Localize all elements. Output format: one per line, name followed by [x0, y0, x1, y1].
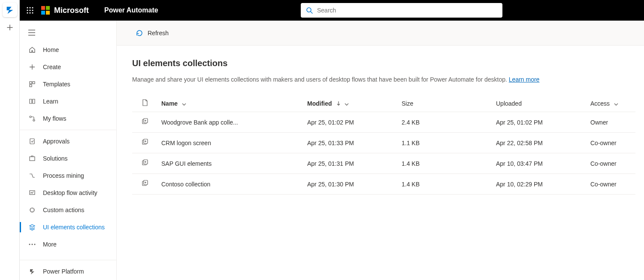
nav-my-flows[interactable]: My flows — [20, 110, 116, 127]
row-modified: Apr 25, 01:02 PM — [304, 112, 398, 133]
svg-point-2 — [32, 7, 33, 8]
page-title: UI elements collections — [132, 58, 635, 68]
row-name: Contoso collection — [158, 174, 304, 195]
collection-icon — [142, 159, 148, 166]
svg-point-5 — [32, 9, 33, 11]
svg-rect-11 — [30, 82, 32, 84]
add-tab-button[interactable] — [6, 23, 14, 32]
row-size: 1.1 KB — [398, 133, 493, 153]
row-icon-cell — [132, 112, 158, 133]
svg-point-22 — [34, 244, 36, 245]
row-access: Co-owner — [587, 133, 635, 153]
nav-label: UI elements collections — [43, 224, 105, 231]
svg-rect-16 — [30, 139, 34, 144]
nav-label: Power Platform — [43, 268, 84, 275]
search-box[interactable] — [301, 3, 502, 18]
col-name[interactable]: Name — [158, 95, 304, 112]
table-row[interactable]: Contoso collectionApr 25, 01:30 PM1.4 KB… — [132, 174, 635, 195]
row-modified: Apr 25, 01:33 PM — [304, 133, 398, 153]
microsoft-logo[interactable]: Microsoft — [41, 6, 89, 15]
nav-home[interactable]: Home — [20, 41, 116, 58]
app-launcher-button[interactable] — [20, 0, 40, 21]
hamburger-icon — [28, 30, 35, 36]
nav-solutions[interactable]: Solutions — [20, 150, 116, 167]
svg-point-7 — [29, 12, 30, 13]
file-icon — [142, 99, 148, 106]
nav-label: Process mining — [43, 172, 84, 179]
row-uploaded: Apr 25, 01:02 PM — [493, 112, 587, 133]
app-header: Microsoft Power Automate — [20, 0, 644, 21]
custom-actions-icon — [28, 206, 36, 214]
more-icon — [28, 240, 36, 248]
collection-icon — [142, 180, 148, 187]
power-automate-icon — [5, 5, 15, 15]
svg-point-15 — [33, 119, 35, 121]
nav-label: Home — [43, 46, 59, 53]
nav-desktop-flow-activity[interactable]: Desktop flow activity — [20, 184, 116, 201]
nav-divider — [20, 260, 116, 260]
table-row[interactable]: CRM logon screenApr 25, 01:33 PM1.1 KBAp… — [132, 133, 635, 153]
row-name: CRM logon screen — [158, 133, 304, 153]
plus-icon — [6, 24, 13, 31]
chevron-down-icon — [614, 103, 618, 106]
table-row[interactable]: SAP GUI elementsApr 25, 01:31 PM1.4 KBAp… — [132, 153, 635, 174]
plus-icon — [28, 63, 36, 71]
microsoft-label: Microsoft — [54, 6, 89, 15]
row-modified: Apr 25, 01:31 PM — [304, 153, 398, 174]
nav-templates[interactable]: Templates — [20, 76, 116, 93]
utility-rail — [0, 0, 20, 280]
refresh-icon — [136, 29, 143, 37]
nav-approvals[interactable]: Approvals — [20, 133, 116, 150]
book-icon — [28, 97, 36, 105]
row-name: Woodgrove Bank app colle... — [158, 112, 304, 133]
row-name: SAP GUI elements — [158, 153, 304, 174]
nav-ui-elements-collections[interactable]: UI elements collections — [20, 219, 116, 236]
nav-custom-actions[interactable]: Custom actions — [20, 201, 116, 219]
svg-point-6 — [27, 12, 28, 13]
nav-power-platform[interactable]: Power Platform — [20, 263, 116, 280]
col-modified[interactable]: Modified — [304, 95, 398, 112]
svg-point-1 — [29, 7, 30, 8]
svg-rect-13 — [30, 85, 32, 87]
nav-learn[interactable]: Learn — [20, 93, 116, 110]
nav-more[interactable]: More — [20, 236, 116, 253]
row-access: Co-owner — [587, 153, 635, 174]
col-uploaded[interactable]: Uploaded — [493, 95, 587, 112]
row-icon-cell — [132, 133, 158, 153]
svg-point-14 — [30, 116, 31, 118]
activity-icon — [28, 189, 36, 197]
learn-more-link[interactable]: Learn more — [509, 76, 540, 83]
templates-icon — [28, 80, 36, 88]
search-input[interactable] — [317, 7, 497, 14]
col-access[interactable]: Access — [587, 95, 635, 112]
nav-divider — [20, 130, 116, 130]
solutions-icon — [28, 155, 36, 162]
left-nav: Home Create Templates Learn My flows App… — [20, 21, 117, 280]
nav-process-mining[interactable]: Process mining — [20, 167, 116, 184]
svg-rect-12 — [33, 82, 35, 84]
main-content: UI elements collections Manage and share… — [117, 46, 644, 280]
svg-point-21 — [32, 244, 33, 245]
svg-point-3 — [27, 9, 28, 11]
row-size: 1.4 KB — [398, 153, 493, 174]
table-row[interactable]: Woodgrove Bank app colle...Apr 25, 01:02… — [132, 112, 635, 133]
nav-collapse-button[interactable] — [20, 24, 116, 41]
home-icon — [28, 46, 36, 54]
page-description: Manage and share your UI elements collec… — [132, 76, 635, 83]
flows-icon — [28, 115, 36, 122]
product-name[interactable]: Power Automate — [104, 6, 158, 14]
row-uploaded: Apr 10, 02:29 PM — [493, 174, 587, 195]
search-icon — [306, 7, 313, 14]
row-icon-cell — [132, 153, 158, 174]
power-platform-icon — [28, 268, 36, 275]
approvals-icon — [28, 137, 36, 145]
svg-point-20 — [29, 244, 30, 245]
nav-label: Desktop flow activity — [43, 189, 97, 196]
refresh-button[interactable]: Refresh — [136, 29, 169, 37]
chevron-down-icon — [345, 103, 349, 106]
power-automate-app-tile[interactable] — [3, 3, 17, 17]
col-size[interactable]: Size — [398, 95, 493, 112]
nav-create[interactable]: Create — [20, 58, 116, 76]
layers-icon — [28, 223, 36, 231]
row-uploaded: Apr 10, 03:47 PM — [493, 153, 587, 174]
